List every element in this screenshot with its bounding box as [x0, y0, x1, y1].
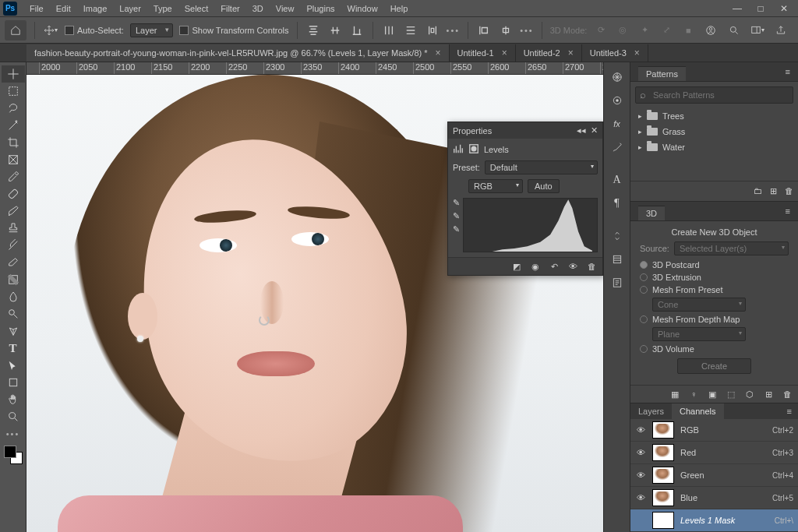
gradient-tool[interactable] [2, 271, 25, 288]
new-pattern-icon[interactable]: ⊞ [770, 186, 777, 196]
menu-layer[interactable]: Layer [113, 2, 147, 16]
document-tab[interactable]: Untitled-2× [516, 44, 582, 62]
delete-icon[interactable]: 🗑 [785, 186, 793, 196]
tab-close-icon[interactable]: × [502, 48, 507, 58]
lasso-tool[interactable] [2, 100, 25, 117]
frame-tool[interactable] [2, 151, 25, 168]
3d-option[interactable]: 3D Postcard [652, 260, 700, 270]
pattern-folder[interactable]: ▸Grass [630, 124, 798, 139]
channel-row[interactable]: Levels 1 MaskCtrl+\ [630, 509, 798, 532]
more-options[interactable]: ••• [447, 26, 461, 35]
actions-panel-icon[interactable] [607, 226, 627, 246]
menu-edit[interactable]: Edit [50, 2, 77, 16]
new-group-icon[interactable]: 🗀 [754, 186, 762, 196]
move-tool[interactable] [2, 65, 25, 83]
marquee-tool[interactable] [2, 83, 25, 100]
move-tool-icon[interactable]: ▾ [43, 23, 58, 38]
channel-row[interactable]: 👁RGBCtrl+2 [630, 419, 798, 442]
3d-option[interactable]: 3D Extrusion [652, 273, 701, 282]
channel-row[interactable]: 👁GreenCtrl+4 [630, 464, 798, 487]
mesh-preset-dropdown[interactable]: Cone [652, 298, 746, 312]
channel-row[interactable]: 👁RedCtrl+3 [630, 442, 798, 464]
create-button[interactable]: Create [677, 358, 751, 374]
channel-dropdown[interactable]: RGB [468, 179, 523, 193]
home-button[interactable] [5, 20, 26, 41]
character-panel-icon[interactable]: A [607, 170, 627, 190]
light-icon[interactable]: ♀ [687, 389, 700, 400]
stamp-tool[interactable] [2, 220, 25, 237]
3d-option[interactable]: 3D Volume [652, 344, 694, 354]
auto-select-dropdown[interactable]: Layer [130, 23, 174, 37]
menu-3d[interactable]: 3D [246, 2, 270, 16]
document-tab[interactable]: Untitled-3× [582, 44, 648, 62]
3d-option[interactable]: Mesh From Preset [652, 285, 722, 294]
mesh-icon[interactable]: ⬡ [743, 389, 756, 400]
color-panel-icon[interactable] [607, 67, 627, 87]
render-icon[interactable]: ▦ [669, 389, 681, 400]
color-swatches[interactable] [4, 446, 23, 464]
source-dropdown[interactable]: Selected Layer(s) [674, 241, 789, 255]
eyedropper-black-icon[interactable]: ✎ [453, 198, 460, 208]
menu-file[interactable]: File [23, 2, 50, 16]
distribute-icon[interactable] [425, 23, 440, 38]
more-options[interactable]: ••• [520, 26, 534, 35]
3d-option[interactable]: Mesh From Depth Map [652, 315, 740, 324]
brush-tool[interactable] [2, 203, 25, 220]
eyedropper-tool[interactable] [2, 168, 25, 185]
pen-tool[interactable] [2, 322, 25, 340]
blur-tool[interactable] [2, 288, 25, 305]
preset-dropdown[interactable]: Default [485, 160, 598, 174]
path-tool[interactable] [2, 357, 25, 374]
workspace-icon[interactable]: ▾ [750, 23, 765, 38]
tab-close-icon[interactable]: × [568, 48, 574, 58]
history-panel-icon[interactable] [607, 249, 627, 270]
menu-help[interactable]: Help [384, 2, 415, 16]
scene-icon[interactable]: ⬚ [725, 389, 737, 400]
visibility-icon[interactable]: 👁 [635, 448, 646, 457]
view-previous-icon[interactable]: ◉ [529, 261, 542, 272]
minimize-button[interactable]: — [726, 2, 748, 16]
delete-icon[interactable]: 🗑 [781, 389, 793, 400]
crop-tool[interactable] [2, 134, 25, 151]
menu-filter[interactable]: Filter [214, 2, 245, 16]
align-icon[interactable] [498, 23, 514, 38]
visibility-icon[interactable]: 👁 [635, 470, 646, 480]
patterns-tab[interactable]: Patterns [638, 66, 686, 81]
menu-select[interactable]: Select [178, 2, 215, 16]
eyedropper-gray-icon[interactable]: ✎ [453, 211, 460, 221]
menu-type[interactable]: Type [147, 2, 178, 16]
history-brush-tool[interactable] [2, 237, 25, 254]
document-tab[interactable]: Untitled-1× [450, 44, 516, 62]
visibility-icon[interactable]: 👁 [567, 261, 579, 272]
pattern-folder[interactable]: ▸Water [630, 139, 798, 155]
distribute-icon[interactable] [381, 23, 397, 38]
type-tool[interactable]: T [2, 340, 25, 357]
cloud-icon[interactable] [703, 23, 719, 38]
eraser-tool[interactable] [2, 254, 25, 271]
menu-view[interactable]: View [270, 2, 301, 16]
panel-menu-icon[interactable]: ≡ [786, 206, 790, 216]
camera-icon[interactable]: ▣ [706, 389, 719, 400]
maximize-button[interactable]: □ [750, 2, 772, 16]
collapse-icon[interactable]: ◂◂ [577, 125, 586, 136]
clip-icon[interactable]: ◩ [510, 261, 523, 272]
align-icon[interactable] [349, 23, 365, 38]
properties-header[interactable]: Properties ◂◂✕ [448, 122, 602, 139]
wand-tool[interactable] [2, 117, 25, 134]
align-icon[interactable] [305, 23, 321, 38]
document-tab[interactable]: fashion-beauty-portrait-of-young-woman-i… [26, 44, 450, 62]
styles-panel-icon[interactable]: fx [607, 114, 627, 134]
auto-button[interactable]: Auto [528, 179, 560, 193]
layers-tab[interactable]: Layers [630, 403, 672, 419]
show-transform-checkbox[interactable]: Show Transform Controls [179, 26, 288, 35]
channel-row[interactable]: 👁BlueCtrl+5 [630, 487, 798, 509]
panel-menu-icon[interactable]: ≡ [781, 403, 798, 419]
align-icon[interactable] [476, 23, 492, 38]
pattern-folder[interactable]: ▸Trees [630, 108, 798, 124]
paragraph-panel-icon[interactable]: ¶ [607, 193, 627, 213]
menu-image[interactable]: Image [77, 2, 114, 16]
visibility-icon[interactable]: 👁 [635, 425, 646, 435]
3d-tab[interactable]: 3D [638, 206, 665, 220]
hand-tool[interactable] [2, 391, 25, 408]
auto-select-checkbox[interactable]: Auto-Select: [65, 26, 124, 35]
